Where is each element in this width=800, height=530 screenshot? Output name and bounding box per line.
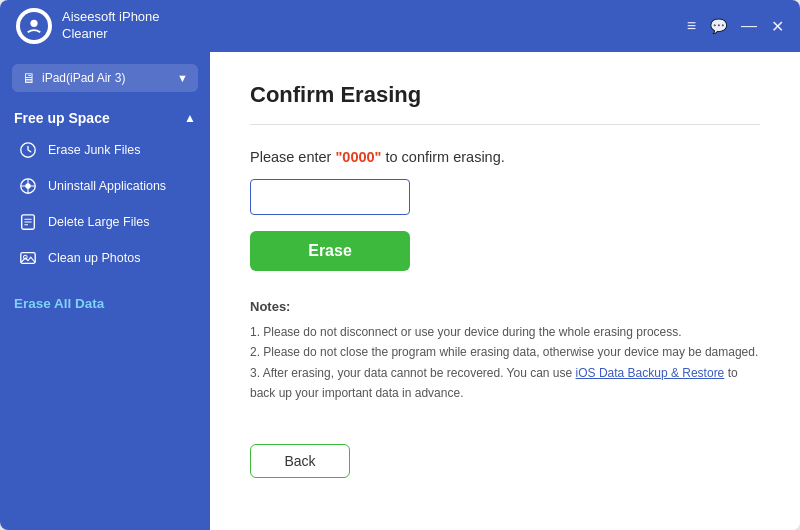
app-logo-inner xyxy=(20,12,48,40)
uninstall-label: Uninstall Applications xyxy=(48,179,166,193)
notes-section: Notes: 1. Please do not disconnect or us… xyxy=(250,299,760,404)
code-input[interactable] xyxy=(250,179,410,215)
title-bar: Aiseesoft iPhone Cleaner ≡ 💬 — ✕ xyxy=(0,0,800,52)
divider xyxy=(250,124,760,125)
app-name: Aiseesoft iPhone Cleaner xyxy=(62,9,160,43)
free-up-space-label: Free up Space xyxy=(14,110,110,126)
close-icon[interactable]: ✕ xyxy=(771,17,784,36)
device-selector-left: 🖥 iPad(iPad Air 3) xyxy=(22,70,125,86)
notes-list: 1. Please do not disconnect or use your … xyxy=(250,322,760,404)
chat-icon[interactable]: 💬 xyxy=(710,18,727,34)
svg-rect-10 xyxy=(21,253,35,264)
sidebar-item-erase-junk[interactable]: Erase Junk Files xyxy=(0,132,210,168)
erase-all-data-item[interactable]: Erase All Data xyxy=(14,294,196,312)
content-area: Confirm Erasing Please enter "0000" to c… xyxy=(210,52,800,530)
title-bar-controls: ≡ 💬 — ✕ xyxy=(687,17,784,36)
back-btn-area: Back xyxy=(250,444,760,478)
confirm-text-before: Please enter xyxy=(250,149,335,165)
ios-data-backup-link[interactable]: iOS Data Backup & Restore xyxy=(576,366,725,380)
page-title: Confirm Erasing xyxy=(250,82,760,108)
sidebar: 🖥 iPad(iPad Air 3) ▼ Free up Space ▲ Era… xyxy=(0,52,210,530)
notes-title: Notes: xyxy=(250,299,760,314)
sidebar-item-clean-photos[interactable]: Clean up Photos xyxy=(0,240,210,276)
free-up-chevron-icon: ▲ xyxy=(184,111,196,125)
logo-icon xyxy=(25,17,43,35)
sidebar-item-delete-large[interactable]: Delete Large Files xyxy=(0,204,210,240)
chevron-down-icon: ▼ xyxy=(177,72,188,84)
sidebar-menu: Erase Junk Files Uninstall Applications … xyxy=(0,132,210,276)
clean-photos-label: Clean up Photos xyxy=(48,251,140,265)
clock-icon xyxy=(18,140,38,160)
menu-icon[interactable]: ≡ xyxy=(687,17,696,35)
confirm-code: "0000" xyxy=(335,149,381,165)
sidebar-item-uninstall[interactable]: Uninstall Applications xyxy=(0,168,210,204)
app-window: Aiseesoft iPhone Cleaner ≡ 💬 — ✕ 🖥 iPad(… xyxy=(0,0,800,530)
photo-icon xyxy=(18,248,38,268)
file-icon xyxy=(18,212,38,232)
title-bar-left: Aiseesoft iPhone Cleaner xyxy=(16,8,160,44)
device-selector[interactable]: 🖥 iPad(iPad Air 3) ▼ xyxy=(12,64,198,92)
erase-button[interactable]: Erase xyxy=(250,231,410,271)
erase-junk-label: Erase Junk Files xyxy=(48,143,140,157)
main-layout: 🖥 iPad(iPad Air 3) ▼ Free up Space ▲ Era… xyxy=(0,52,800,530)
delete-large-label: Delete Large Files xyxy=(48,215,149,229)
minimize-icon[interactable]: — xyxy=(741,17,757,35)
svg-point-0 xyxy=(30,20,37,27)
note-item-1: 1. Please do not disconnect or use your … xyxy=(250,322,760,342)
device-name: iPad(iPad Air 3) xyxy=(42,71,125,85)
note-item-2: 2. Please do not close the program while… xyxy=(250,342,760,362)
free-up-space-header: Free up Space ▲ xyxy=(0,100,210,132)
apps-icon xyxy=(18,176,38,196)
back-button[interactable]: Back xyxy=(250,444,350,478)
confirm-text: Please enter "0000" to confirm erasing. xyxy=(250,149,760,165)
erase-all-data-label: Erase All Data xyxy=(14,296,104,311)
device-icon: 🖥 xyxy=(22,70,36,86)
note-item-3: 3. After erasing, your data cannot be re… xyxy=(250,363,760,404)
confirm-text-after: to confirm erasing. xyxy=(381,149,504,165)
app-logo xyxy=(16,8,52,44)
